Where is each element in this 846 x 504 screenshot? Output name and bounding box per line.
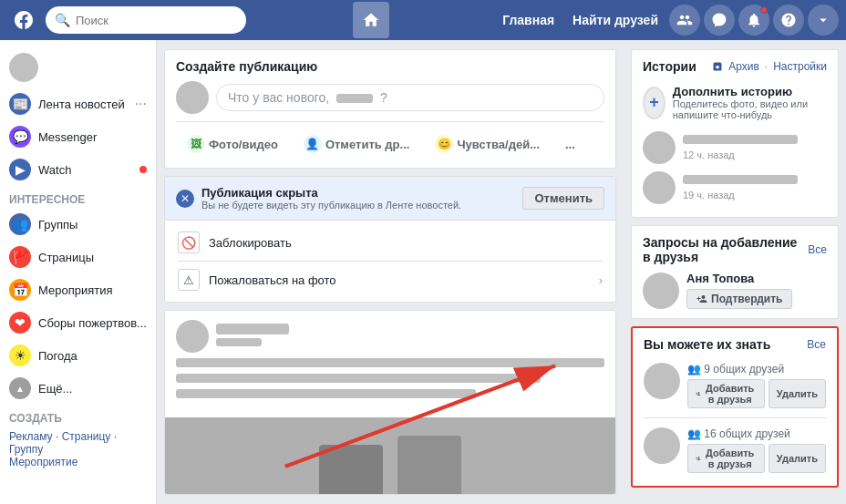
home-icon-btn[interactable] bbox=[353, 2, 389, 38]
friend-requests-box: Запросы на добавление в друзья Все Аня Т… bbox=[631, 225, 839, 319]
archive-link[interactable]: Архив bbox=[728, 60, 759, 73]
pymk-avatar-1 bbox=[644, 363, 680, 399]
report-option[interactable]: ⚠ Пожаловаться на фото › bbox=[165, 262, 615, 298]
add-story-subtitle: Поделитесь фото, видео или напишите что-… bbox=[673, 98, 827, 120]
story-time-1: 12 ч. назад bbox=[683, 149, 735, 160]
post-text-line3 bbox=[176, 389, 476, 398]
sidebar-item-more[interactable]: ▲ Ещё... bbox=[0, 372, 156, 405]
notifications-icon-btn[interactable] bbox=[738, 5, 769, 36]
create-ad-link[interactable]: Рекламу bbox=[9, 430, 53, 443]
hidden-x-icon: ✕ bbox=[176, 190, 194, 208]
story-name-1-blur bbox=[683, 135, 798, 144]
create-links: Рекламу · Страницу · Группу Мероприятие bbox=[0, 427, 156, 472]
tag-btn[interactable]: 👤 Отметить др... bbox=[293, 129, 421, 159]
main-layout: 📰 Лента новостей ··· 💬 Messenger ▶ Watch… bbox=[0, 40, 846, 504]
search-input[interactable] bbox=[76, 14, 237, 27]
find-friends-btn[interactable]: Найти друзей bbox=[565, 7, 665, 33]
settings-link[interactable]: Настройки bbox=[773, 60, 827, 73]
post-header bbox=[165, 311, 615, 358]
add-story-btn[interactable]: + Дополнить историю Поделитесь фото, вид… bbox=[643, 81, 827, 124]
sidebar-item-label: Страницы bbox=[38, 251, 147, 264]
report-icon: ⚠ bbox=[178, 269, 200, 291]
story-info-1: 12 ч. назад bbox=[683, 135, 827, 161]
post-composer: Создайте публикацию Что у вас нового, ? … bbox=[164, 49, 616, 169]
pymk-all-link[interactable]: Все bbox=[807, 338, 826, 351]
pymk-info-1: 👥 9 общих друзей Добавить в друзья Удали… bbox=[687, 363, 826, 408]
placeholder-name-blur bbox=[336, 94, 373, 103]
create-event-link[interactable]: Мероприятие bbox=[9, 456, 77, 468]
fr-confirm-btn-1[interactable]: Подтвердить bbox=[686, 289, 792, 309]
sidebar-item-messenger[interactable]: 💬 Messenger bbox=[0, 120, 156, 153]
weather-icon: ☀ bbox=[9, 345, 31, 366]
user-avatar bbox=[9, 53, 38, 82]
fr-all-link[interactable]: Все bbox=[808, 243, 827, 256]
composer-input[interactable]: Что у вас нового, ? bbox=[216, 84, 604, 111]
sidebar-item-donate[interactable]: ❤ Сборы пожертвов... bbox=[0, 306, 156, 339]
hidden-post-header: ✕ Публикация скрыта Вы не будете видеть … bbox=[165, 177, 615, 221]
home-btn[interactable]: Главная bbox=[495, 7, 562, 33]
pymk-add-btn-1[interactable]: Добавить в друзья bbox=[687, 379, 765, 408]
create-group-link[interactable]: Группу bbox=[9, 443, 43, 456]
block-option[interactable]: 🚫 Заблокировать bbox=[165, 224, 615, 261]
more-actions-btn[interactable]: ... bbox=[554, 129, 586, 159]
stories-title: Истории bbox=[643, 59, 696, 74]
blurred-post-card bbox=[164, 310, 616, 495]
sidebar-item-watch[interactable]: ▶ Watch bbox=[0, 153, 156, 186]
nav-icons: Главная Найти друзей bbox=[495, 5, 839, 36]
more-icon: ▲ bbox=[9, 377, 31, 399]
add-person-icon bbox=[696, 293, 707, 304]
sidebar-item-pages[interactable]: 🚩 Страницы bbox=[0, 241, 156, 273]
photo-icon: 🖼 bbox=[187, 135, 205, 153]
story-item-1[interactable]: 12 ч. назад bbox=[643, 128, 827, 168]
composer-title: Создайте публикацию bbox=[176, 59, 604, 74]
help-icon-btn[interactable] bbox=[773, 5, 804, 36]
add-friend-icon-1 bbox=[696, 389, 701, 398]
story-avatar-2 bbox=[643, 171, 676, 204]
story-avatar-1 bbox=[643, 131, 676, 164]
sidebar-item-label: Мероприятия bbox=[38, 283, 147, 297]
messenger-icon-btn[interactable] bbox=[704, 5, 735, 36]
sidebar-item-label: Сборы пожертвов... bbox=[38, 316, 147, 330]
sidebar-item-news-feed[interactable]: 📰 Лента новостей ··· bbox=[0, 87, 156, 120]
composer-top: Что у вас нового, ? bbox=[176, 81, 604, 122]
pages-icon: 🚩 bbox=[9, 246, 31, 268]
hidden-cancel-btn[interactable]: Отменить bbox=[522, 187, 604, 210]
pymk-remove-btn-1[interactable]: Удалить bbox=[769, 379, 826, 408]
friends-icon-btn[interactable] bbox=[669, 5, 700, 36]
search-bar[interactable]: 🔍 bbox=[46, 6, 246, 34]
post-content bbox=[165, 358, 615, 417]
sidebar-user[interactable] bbox=[0, 47, 156, 87]
pymk-item-1: 👥 9 общих друзей Добавить в друзья Удали… bbox=[644, 359, 826, 412]
pymk-mutual-icon-1: 👥 bbox=[687, 363, 704, 375]
pymk-remove-btn-2[interactable]: Удалить bbox=[769, 444, 826, 473]
create-page-link[interactable]: Страницу bbox=[62, 430, 111, 443]
sidebar-item-weather[interactable]: ☀ Погода bbox=[0, 339, 156, 372]
pymk-add-btn-2[interactable]: Добавить в друзья bbox=[687, 444, 765, 473]
story-item-2[interactable]: 19 ч. назад bbox=[643, 168, 827, 208]
right-sidebar: Истории Архив · Настройки + Дополнить ис… bbox=[624, 40, 846, 504]
fr-title: Запросы на добавление в друзья bbox=[643, 235, 808, 264]
add-story-text: Дополнить историю bbox=[673, 85, 827, 98]
pymk-title: Вы можете их знать bbox=[644, 337, 770, 352]
interesting-section-title: Интересное bbox=[0, 186, 156, 208]
menu-icon-btn[interactable] bbox=[808, 5, 839, 36]
stories-links: Архив · Настройки bbox=[712, 60, 827, 73]
pymk-avatar-2 bbox=[644, 427, 680, 464]
left-sidebar: 📰 Лента новостей ··· 💬 Messenger ▶ Watch… bbox=[0, 40, 157, 504]
story-name-2-blur bbox=[683, 175, 798, 184]
more-options-icon[interactable]: ··· bbox=[135, 96, 147, 112]
watch-notification-dot bbox=[139, 166, 147, 173]
fr-header: Запросы на добавление в друзья Все bbox=[643, 235, 827, 264]
sidebar-item-label: Погода bbox=[38, 349, 147, 363]
photo-video-btn[interactable]: 🖼 Фото/видео bbox=[176, 129, 289, 159]
sidebar-item-events[interactable]: 📅 Мероприятия bbox=[0, 273, 156, 306]
post-author-avatar bbox=[176, 320, 209, 353]
fr-info-1: Аня Топова Подтвердить bbox=[686, 272, 827, 309]
stories-header: Истории Архив · Настройки bbox=[643, 59, 827, 74]
top-navigation: 🔍 Главная Найти друзей bbox=[0, 0, 846, 40]
watch-sidebar-icon: ▶ bbox=[9, 159, 31, 180]
stories-box: Истории Архив · Настройки + Дополнить ис… bbox=[631, 49, 839, 218]
feeling-btn[interactable]: 😊 Чувства/дей... bbox=[424, 129, 551, 159]
person-silhouette-2 bbox=[397, 436, 461, 495]
sidebar-item-groups[interactable]: 👥 Группы bbox=[0, 208, 156, 241]
